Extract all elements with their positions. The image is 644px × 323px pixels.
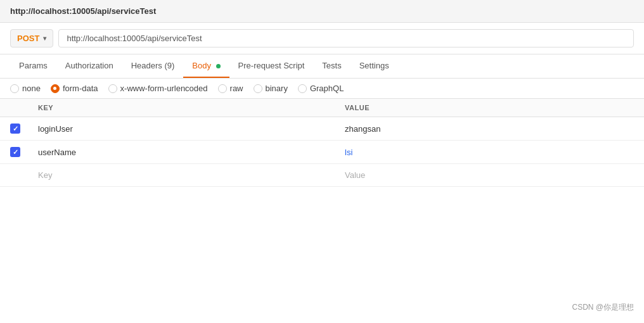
- radio-circle-form-data: [51, 84, 60, 93]
- radio-raw[interactable]: raw: [218, 84, 243, 93]
- top-bar-url: http://localhost:10005/api/serviceTest: [10, 6, 156, 16]
- checkbox-cell-2[interactable]: ✓: [0, 141, 30, 163]
- tab-pre-request[interactable]: Pre-request Script: [229, 54, 314, 78]
- key-placeholder[interactable]: Key: [30, 164, 337, 186]
- table-row: ✓ userName lsi: [0, 141, 644, 164]
- value-placeholder[interactable]: Value: [337, 164, 644, 186]
- radio-binary[interactable]: binary: [254, 84, 288, 93]
- table-row: ✓ loginUser zhangsan: [0, 117, 644, 141]
- radio-form-data[interactable]: form-data: [51, 84, 98, 93]
- method-select[interactable]: POST ▾: [10, 29, 53, 48]
- tab-body[interactable]: Body: [183, 54, 229, 78]
- method-label: POST: [17, 34, 39, 43]
- radio-circle-raw: [218, 84, 227, 93]
- url-input[interactable]: [58, 29, 634, 48]
- table-row-empty: Key Value: [0, 164, 644, 187]
- radio-urlencoded[interactable]: x-www-form-urlencoded: [108, 84, 208, 93]
- body-active-dot: [216, 64, 221, 68]
- checkmark-icon-2: ✓: [13, 148, 18, 156]
- col-header-value: VALUE: [337, 99, 644, 117]
- empty-checkbox: [0, 169, 30, 182]
- radio-circle-binary: [254, 84, 262, 93]
- checkbox-2[interactable]: ✓: [10, 147, 20, 157]
- key-cell-1[interactable]: loginUser: [30, 118, 337, 140]
- radio-none[interactable]: none: [10, 84, 41, 93]
- chevron-down-icon: ▾: [43, 35, 46, 42]
- radio-circle-graphql: [298, 84, 307, 93]
- tabs-bar: Params Authorization Headers (9) Body Pr…: [0, 54, 644, 79]
- radio-circle-none: [10, 84, 19, 93]
- checkbox-1[interactable]: ✓: [10, 124, 20, 134]
- request-bar: POST ▾: [0, 23, 644, 54]
- top-bar: http://localhost:10005/api/serviceTest: [0, 0, 644, 23]
- tab-settings[interactable]: Settings: [351, 54, 398, 78]
- value-cell-2[interactable]: lsi: [337, 141, 644, 163]
- checkbox-cell-1[interactable]: ✓: [0, 117, 30, 140]
- col-header-key: KEY: [30, 99, 337, 117]
- radio-graphql[interactable]: GraphQL: [298, 84, 344, 93]
- tab-authorization[interactable]: Authorization: [56, 54, 122, 78]
- table-header: KEY VALUE: [0, 99, 644, 117]
- tab-tests[interactable]: Tests: [313, 54, 350, 78]
- key-cell-2[interactable]: userName: [30, 141, 337, 163]
- params-table: KEY VALUE ✓ loginUser zhangsan ✓ userNam…: [0, 99, 644, 187]
- tab-headers[interactable]: Headers (9): [122, 54, 184, 78]
- body-type-row: none form-data x-www-form-urlencoded raw…: [0, 79, 644, 99]
- checkmark-icon-1: ✓: [13, 125, 18, 133]
- radio-circle-urlencoded: [108, 84, 117, 93]
- value-cell-1[interactable]: zhangsan: [337, 118, 644, 140]
- tab-params[interactable]: Params: [10, 54, 56, 78]
- col-header-checkbox: [0, 99, 30, 117]
